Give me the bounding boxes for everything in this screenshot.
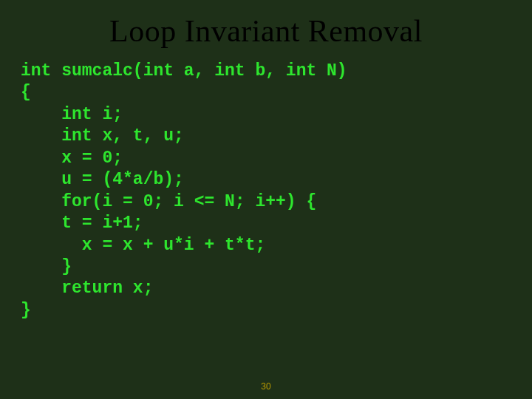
slide-title: Loop Invariant Removal (0, 0, 532, 56)
code-block: int sumcalc(int a, int b, int N) { int i… (0, 56, 532, 321)
slide: Loop Invariant Removal int sumcalc(int a… (0, 0, 532, 399)
page-number: 30 (0, 381, 532, 392)
